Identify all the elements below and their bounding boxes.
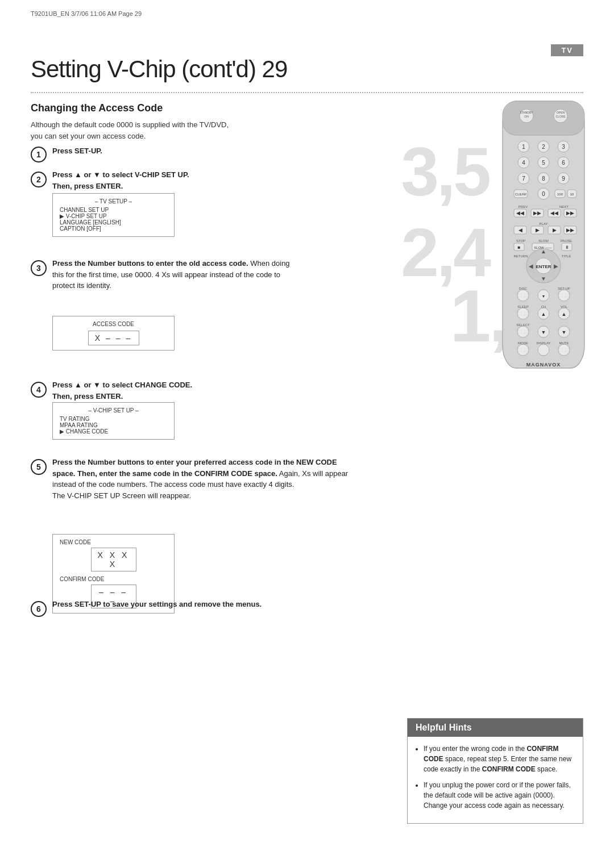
section-subtitle: Although the default code 0000 is suppli… [31, 119, 229, 141]
step-6-text: Press SET-UP to save your settings and r… [52, 599, 314, 610]
svg-text:⏸: ⏸ [565, 245, 569, 250]
svg-text:▼: ▼ [542, 294, 546, 298]
tv-banner: TV [551, 44, 583, 56]
svg-text:4: 4 [522, 160, 525, 166]
svg-text:■: ■ [518, 245, 521, 250]
svg-text:PLAY: PLAY [540, 222, 548, 226]
svg-text:2: 2 [542, 144, 545, 150]
screen3-title: – V-CHIP SET UP – [60, 407, 167, 414]
svg-text:▼: ▼ [562, 329, 567, 335]
screen2-title: ACCESS CODE [60, 321, 167, 327]
svg-text:6: 6 [562, 160, 565, 166]
svg-rect-1 [503, 101, 584, 135]
remote-control-image: STANDBY ON OPEN CLOSE 1 2 3 4 5 6 7 8 9 … [498, 97, 589, 377]
svg-text:▶: ▶ [536, 227, 540, 233]
hint-1: If you enter the wrong code in the CONFI… [424, 744, 575, 774]
svg-text:8: 8 [542, 176, 545, 182]
screen4-new-title: NEW CODE [60, 539, 167, 545]
svg-text:NEXT: NEXT [559, 205, 569, 208]
svg-point-80 [517, 308, 529, 319]
svg-point-86 [517, 326, 529, 337]
svg-text:◀◀: ◀◀ [516, 210, 524, 216]
screen1-line4: CAPTION [OFF] [60, 226, 167, 232]
step-4-text: Press ▲ or ▼ to select CHANGE CODE. Then… [52, 379, 192, 402]
helpful-hints-box: Helpful Hints If you enter the wrong cod… [407, 718, 583, 824]
svg-text:ON: ON [524, 115, 529, 118]
screen3-line1: TV RATING [60, 416, 167, 422]
section-heading: Changing the Access Code [31, 102, 163, 114]
step-6-number: 6 [31, 601, 47, 617]
screen1-title: – TV SETUP – [60, 198, 167, 205]
svg-text:STANDBY: STANDBY [520, 111, 533, 114]
svg-text:MAGNAVOX: MAGNAVOX [526, 362, 561, 368]
screen2-code: X – – – [88, 331, 139, 345]
svg-text:100: 100 [557, 193, 563, 196]
svg-text:◀◀: ◀◀ [550, 210, 558, 216]
svg-text:RETURN: RETURN [514, 254, 528, 258]
svg-text:▲: ▲ [541, 311, 546, 317]
svg-text:STOP: STOP [516, 239, 525, 243]
svg-text:▼: ▼ [541, 329, 546, 335]
svg-text:7: 7 [522, 176, 525, 182]
svg-point-73 [517, 290, 529, 301]
svg-point-94 [517, 344, 529, 356]
svg-text:▶▶: ▶▶ [566, 210, 574, 216]
svg-point-95 [538, 344, 549, 356]
page-title: Setting V-Chip (cont'd) 29 [31, 56, 583, 83]
screen3-line2: MPAA RATING [60, 422, 167, 428]
svg-text:5: 5 [542, 160, 545, 166]
step-5-text: Press the Number buttons to enter your p… [52, 457, 354, 501]
svg-text:▶: ▶ [554, 263, 558, 269]
step-4-number: 4 [31, 382, 47, 398]
svg-text:1: 1 [522, 144, 525, 150]
svg-text:◀: ◀ [529, 263, 533, 269]
page-meta: T9201UB_EN 3/7/06 11:06 AM Page 29 [31, 10, 142, 17]
large-step-nums-24: 2,4 [401, 222, 489, 283]
svg-text:3: 3 [562, 144, 565, 150]
screen1-line2: ▶ V-CHIP SET UP [60, 213, 167, 219]
screen1-line3: LANGUAGE [ENGLISH] [60, 219, 167, 226]
svg-text:PAUSE: PAUSE [561, 239, 572, 243]
step-1-number: 1 [31, 147, 47, 162]
svg-text:◀: ◀ [518, 227, 522, 233]
svg-text:0: 0 [542, 191, 545, 197]
svg-point-76 [558, 290, 570, 301]
svg-text:▲: ▲ [541, 248, 546, 254]
svg-text:TITLE: TITLE [562, 254, 571, 258]
step-3-text: Press the Number buttons to enter the ol… [52, 258, 291, 291]
tv-setup-screen: – TV SETUP – CHANNEL SET UP ▶ V-CHIP SET… [52, 193, 175, 237]
svg-text:ENTER: ENTER [536, 264, 551, 269]
large-step-nums-35: 3,5 [401, 141, 489, 202]
svg-text:▲: ▲ [562, 311, 567, 317]
svg-text:9: 9 [562, 176, 565, 182]
svg-text:CLEAR: CLEAR [515, 193, 527, 196]
svg-text:SLOW: SLOW [538, 239, 549, 243]
svg-text:PREV: PREV [518, 205, 528, 208]
helpful-hints-title: Helpful Hints [408, 719, 583, 737]
step-3-number: 3 [31, 260, 47, 276]
helpful-hints-body: If you enter the wrong code in the CONFI… [408, 737, 583, 823]
svg-text:▶▶: ▶▶ [533, 210, 541, 216]
svg-text:OPEN: OPEN [557, 111, 565, 114]
dotted-separator [31, 92, 583, 93]
hint-2: If you unplug the power cord or if the p… [424, 780, 575, 811]
svg-text:▶: ▶ [553, 227, 557, 233]
svg-text:CLOSE: CLOSE [556, 115, 566, 118]
step-2-number: 2 [31, 172, 47, 187]
screen3-line3: ▶ CHANGE CODE [60, 428, 167, 435]
svg-point-96 [558, 344, 570, 356]
screen4-confirm-title: CONFIRM CODE [60, 576, 167, 582]
step-2-text: Press ▲ or ▼ to select V-CHIP SET UP. Th… [52, 169, 189, 191]
svg-text:▼: ▼ [541, 276, 546, 282]
vchip-setup-screen: – V-CHIP SET UP – TV RATING MPAA RATING … [52, 402, 175, 440]
access-code-screen: ACCESS CODE X – – – [52, 316, 175, 350]
svg-text:10: 10 [570, 193, 574, 196]
screen4-new-code: X X X X [91, 548, 136, 571]
step-1-text: Press SET-UP. [52, 145, 102, 157]
svg-text:▶▶: ▶▶ [566, 227, 574, 233]
screen1-line1: CHANNEL SET UP [60, 207, 167, 213]
step-5-number: 5 [31, 459, 47, 475]
